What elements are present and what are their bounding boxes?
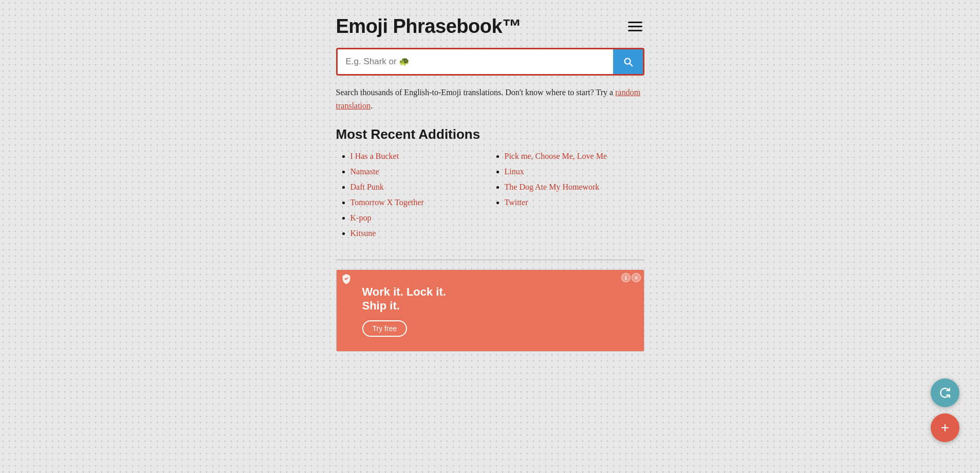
list-item-link[interactable]: I Has a Bucket [350, 152, 399, 160]
list-item: Tomorrow X Together [350, 198, 490, 207]
header: Emoji Phrasebook™ [336, 15, 644, 38]
list-item-link[interactable]: Twitter [505, 198, 528, 207]
description-before-link: Search thousands of English-to-Emoji tra… [336, 88, 616, 97]
ad-controls: ℹ ✕ [621, 273, 641, 282]
list-item: Linux [505, 167, 644, 176]
hamburger-menu-button[interactable] [626, 20, 644, 33]
list-item: Daft Punk [350, 183, 490, 192]
list-item: Pick me, Choose Me, Love Me [505, 152, 644, 161]
ad-headline: Work it. Lock it. Ship it. [362, 285, 446, 313]
recent-additions-heading: Most Recent Additions [336, 126, 644, 142]
list-item-link[interactable]: Tomorrow X Together [350, 198, 424, 207]
list-item-link[interactable]: The Dog Ate My Homework [505, 183, 600, 191]
recent-additions-list: I Has a Bucket Namaste Daft Punk Tomorro… [336, 152, 644, 244]
list-item-link[interactable]: Pick me, Choose Me, Love Me [505, 152, 607, 160]
section-divider [336, 260, 644, 260]
search-input[interactable] [338, 49, 613, 74]
hamburger-line-2 [628, 26, 642, 27]
search-button[interactable] [613, 49, 643, 74]
ad-shield-icon [341, 273, 352, 284]
ad-info-button[interactable]: ℹ [621, 273, 631, 282]
list-item-link[interactable]: Kitsune [350, 229, 376, 238]
recent-list-column-1: I Has a Bucket Namaste Daft Punk Tomorro… [336, 152, 490, 244]
hamburger-line-1 [628, 22, 642, 23]
site-title: Emoji Phrasebook™ [336, 15, 522, 38]
list-item: Twitter [505, 198, 644, 207]
add-fab-button[interactable]: + [931, 413, 959, 442]
recent-list-column-2: Pick me, Choose Me, Love Me Linux The Do… [490, 152, 644, 244]
search-bar [336, 48, 644, 76]
fab-container: + [931, 378, 959, 442]
description-text: Search thousands of English-to-Emoji tra… [336, 86, 644, 112]
sync-icon [938, 386, 952, 399]
hamburger-line-3 [628, 30, 642, 31]
list-item: I Has a Bucket [350, 152, 490, 161]
list-item: K-pop [350, 213, 490, 223]
ad-try-button[interactable]: Try free [362, 320, 408, 337]
list-item-link[interactable]: Linux [505, 167, 524, 176]
ad-text: Work it. Lock it. Ship it. Try free [362, 285, 446, 337]
list-item-link[interactable]: Namaste [350, 167, 379, 176]
description-after-link: . [371, 101, 373, 110]
ad-close-button[interactable]: ✕ [632, 273, 641, 282]
advertisement-banner: ℹ ✕ Work it. Lock it. Ship it. Try free [336, 269, 644, 352]
page-wrapper: Emoji Phrasebook™ Search thousands of En… [326, 0, 655, 372]
list-item: The Dog Ate My Homework [505, 183, 644, 192]
list-item: Kitsune [350, 229, 490, 238]
sync-fab-button[interactable] [931, 378, 959, 407]
list-item-link[interactable]: K-pop [350, 213, 372, 222]
list-item: Namaste [350, 167, 490, 176]
list-item-link[interactable]: Daft Punk [350, 183, 384, 191]
search-icon [622, 56, 634, 67]
